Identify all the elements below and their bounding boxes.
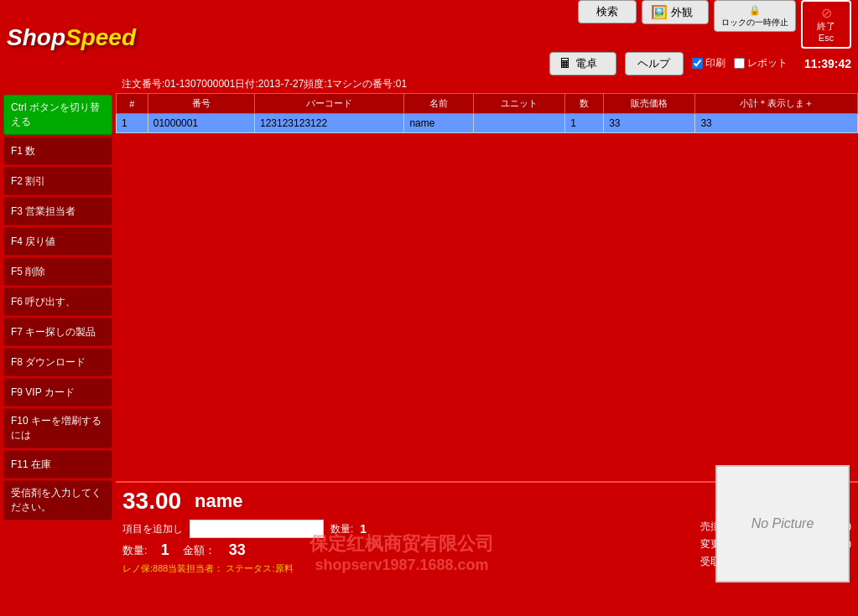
calculator-button[interactable]: 🖩 電卓 bbox=[549, 52, 616, 75]
lock-label: ロックの一時停止 bbox=[721, 17, 788, 28]
appearance-button[interactable]: 🖼️ 外観 bbox=[642, 0, 709, 24]
logo-area: ShopSpeed bbox=[7, 24, 141, 51]
calculator-label: 電卓 bbox=[575, 56, 597, 71]
add-item-label: 項目を追加し bbox=[122, 522, 183, 536]
quantity-value: 1 bbox=[360, 522, 367, 536]
amount-value: 33 bbox=[229, 541, 246, 559]
appearance-label: 外観 bbox=[671, 5, 693, 20]
sidebar-btn-f4[interactable]: F4 戻り値 bbox=[3, 227, 112, 256]
sidebar-btn-f11[interactable]: F11 在庫 bbox=[3, 450, 112, 479]
cell-subtotal: 33 bbox=[695, 114, 858, 133]
exit-icon: ⊘ bbox=[821, 6, 832, 20]
cell-name: name bbox=[404, 114, 473, 133]
bottom-status: レノ保:888当装担当者： ステータス:原料 bbox=[122, 562, 692, 575]
sidebar-btn-f12[interactable]: 受信剤を入力してください。 bbox=[3, 480, 112, 520]
header-top-buttons: 検索 🖼️ 外観 🔒 ロックの一時停止 ⊘ 終了Esc bbox=[141, 0, 851, 48]
bottom-left: 項目を追加し 数量: 1 数量: 1 金額： 33 レノ保:888当装担当者： … bbox=[122, 520, 692, 575]
time-display: 11:39:42 bbox=[804, 57, 851, 70]
logo-speed: Speed bbox=[65, 24, 136, 50]
col-qty: 数 bbox=[565, 94, 604, 114]
cell-barcode: 123123123122 bbox=[254, 114, 403, 133]
receipt-checkbox[interactable] bbox=[734, 58, 745, 69]
add-item-row: 項目を追加し 数量: 1 bbox=[122, 520, 692, 538]
sidebar-btn-f9[interactable]: F9 VIP カード bbox=[3, 378, 112, 406]
exit-button[interactable]: ⊘ 終了Esc bbox=[801, 0, 851, 48]
search-button[interactable]: 検索 bbox=[578, 0, 637, 23]
header-bottom-buttons: 🖩 電卓 ヘルプ 印刷 レポット 11:39:42 bbox=[141, 52, 851, 75]
cell-num: 1 bbox=[117, 114, 148, 133]
summary-row: 数量: 1 金額： 33 bbox=[122, 541, 692, 559]
sidebar-btn-ctrl[interactable]: Ctrl ボタンを切り替える bbox=[3, 95, 112, 135]
logo-shop: Shop bbox=[7, 24, 65, 50]
sidebar-btn-f10[interactable]: F10 キーを増刷するには bbox=[3, 408, 112, 448]
print-label: 印刷 bbox=[705, 56, 725, 70]
price-display: 33.00 bbox=[122, 488, 181, 515]
checkbox-area: 印刷 レポット bbox=[692, 56, 788, 70]
sidebar-btn-f3[interactable]: F3 営業担当者 bbox=[3, 197, 112, 225]
table-header-row: # 番号 バーコード 名前 ユニット 数 販売価格 小計＊表示しま＋ bbox=[117, 94, 858, 114]
sidebar-btn-f2[interactable]: F2 割引 bbox=[3, 167, 112, 195]
calculator-icon: 🖩 bbox=[559, 56, 572, 71]
lock-icon: 🔒 bbox=[749, 5, 761, 15]
print-checkbox[interactable] bbox=[692, 58, 703, 69]
sidebar-btn-f6[interactable]: F6 呼び出す、 bbox=[3, 287, 112, 316]
quantity-label: 数量: bbox=[330, 522, 353, 536]
sidebar-btn-f8[interactable]: F8 ダウンロード bbox=[3, 348, 112, 376]
sidebar-btn-f7[interactable]: F7 キー探しの製品 bbox=[3, 318, 112, 346]
col-id: 番号 bbox=[148, 94, 254, 114]
no-picture-label: No Picture bbox=[751, 516, 814, 531]
lock-button[interactable]: 🔒 ロックの一時停止 bbox=[714, 0, 796, 31]
sidebar: Ctrl ボタンを切り替える F1 数 F2 割引 F3 営業担当者 F4 戻り… bbox=[0, 93, 116, 615]
order-info-bar: 注文番号:01-1307000001日付:2013-7-27頻度:1マシンの番号… bbox=[0, 75, 858, 93]
order-info-text: 注文番号:01-1307000001日付:2013-7-27頻度:1マシンの番号… bbox=[122, 77, 407, 91]
amount-label: 金額： bbox=[183, 543, 216, 558]
col-unit: ユニット bbox=[473, 94, 564, 114]
header-right: 検索 🖼️ 外観 🔒 ロックの一時停止 ⊘ 終了Esc 🖩 電卓 ヘルプ bbox=[141, 0, 851, 75]
add-item-input[interactable] bbox=[190, 520, 324, 538]
col-num: # bbox=[117, 94, 148, 114]
col-barcode: バーコード bbox=[254, 94, 403, 114]
cell-qty: 1 bbox=[565, 114, 604, 133]
print-checkbox-label[interactable]: 印刷 bbox=[692, 56, 725, 70]
status-label: ステータス:原料 bbox=[226, 563, 293, 573]
exit-label: 終了Esc bbox=[811, 21, 841, 43]
receipt-checkbox-label[interactable]: レポット bbox=[734, 56, 788, 70]
col-name: 名前 bbox=[404, 94, 473, 114]
table-area: # 番号 バーコード 名前 ユニット 数 販売価格 小計＊表示しま＋ 1 010… bbox=[116, 93, 858, 481]
receipt-label: レポット bbox=[747, 56, 788, 70]
appearance-icon: 🖼️ bbox=[651, 4, 668, 20]
product-name-display: name bbox=[195, 490, 242, 512]
qty-value2: 1 bbox=[161, 541, 169, 559]
help-button[interactable]: ヘルプ bbox=[625, 52, 684, 75]
qty-label2: 数量: bbox=[122, 543, 148, 558]
col-subtotal: 小計＊表示しま＋ bbox=[695, 94, 858, 114]
table-row[interactable]: 1 01000001 123123123122 name 1 33 33 bbox=[117, 114, 858, 133]
cell-unit bbox=[473, 114, 564, 133]
data-table: # 番号 バーコード 名前 ユニット 数 販売価格 小計＊表示しま＋ 1 010… bbox=[116, 93, 858, 133]
header: ShopSpeed 検索 🖼️ 外観 🔒 ロックの一時停止 ⊘ 終了Esc 🖩 … bbox=[0, 0, 858, 75]
sidebar-btn-f5[interactable]: F5 削除 bbox=[3, 257, 112, 286]
no-picture-box: No Picture bbox=[715, 465, 850, 582]
col-price: 販売価格 bbox=[604, 94, 695, 114]
cell-id: 01000001 bbox=[148, 114, 254, 133]
sidebar-btn-f1[interactable]: F1 数 bbox=[3, 137, 112, 165]
app-logo: ShopSpeed bbox=[7, 24, 141, 51]
status-text: レノ保:888当装担当者： bbox=[122, 563, 223, 573]
cell-price: 33 bbox=[604, 114, 695, 133]
